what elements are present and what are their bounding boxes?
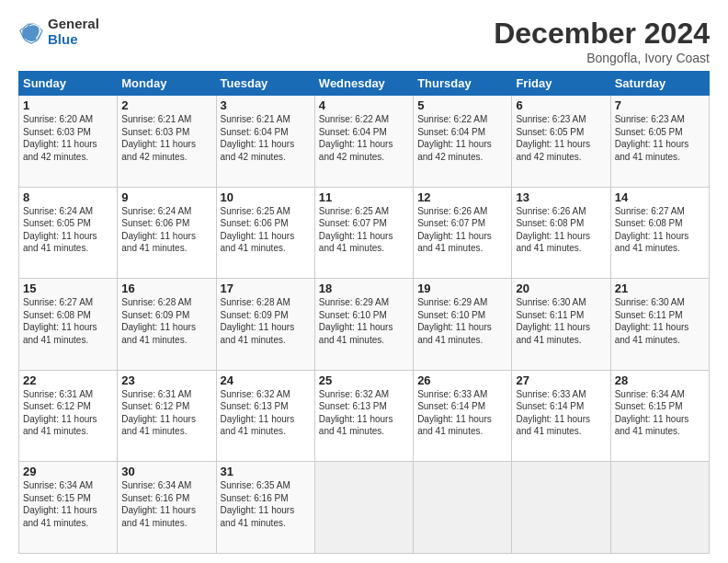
day-info: Sunrise: 6:24 AM Sunset: 6:06 PM Dayligh… <box>121 205 211 255</box>
calendar-cell: 3Sunrise: 6:21 AM Sunset: 6:04 PM Daylig… <box>216 96 314 188</box>
calendar-cell: 18Sunrise: 6:29 AM Sunset: 6:10 PM Dayli… <box>314 279 413 371</box>
day-info: Sunrise: 6:31 AM Sunset: 6:12 PM Dayligh… <box>121 388 211 438</box>
calendar-cell <box>314 462 413 554</box>
logo-text: General Blue <box>48 17 99 47</box>
calendar-cell: 21Sunrise: 6:30 AM Sunset: 6:11 PM Dayli… <box>610 279 709 371</box>
day-info: Sunrise: 6:25 AM Sunset: 6:06 PM Dayligh… <box>221 205 311 255</box>
col-sunday: Sunday <box>19 72 118 96</box>
calendar-cell: 15Sunrise: 6:27 AM Sunset: 6:08 PM Dayli… <box>19 279 118 371</box>
logo-general: General <box>48 17 99 32</box>
col-saturday: Saturday <box>610 72 709 96</box>
day-number: 29 <box>23 465 113 478</box>
calendar-week-1: 1Sunrise: 6:20 AM Sunset: 6:03 PM Daylig… <box>19 96 710 188</box>
calendar-cell: 4Sunrise: 6:22 AM Sunset: 6:04 PM Daylig… <box>314 96 413 188</box>
day-info: Sunrise: 6:27 AM Sunset: 6:08 PM Dayligh… <box>615 205 705 255</box>
calendar-cell: 26Sunrise: 6:33 AM Sunset: 6:14 PM Dayli… <box>414 370 512 462</box>
day-number: 27 <box>516 373 606 387</box>
day-info: Sunrise: 6:26 AM Sunset: 6:07 PM Dayligh… <box>417 205 507 255</box>
col-monday: Monday <box>118 72 216 96</box>
day-info: Sunrise: 6:28 AM Sunset: 6:09 PM Dayligh… <box>121 296 211 346</box>
col-friday: Friday <box>512 72 610 96</box>
calendar-cell: 12Sunrise: 6:26 AM Sunset: 6:07 PM Dayli… <box>414 187 512 279</box>
calendar-table: Sunday Monday Tuesday Wednesday Thursday… <box>18 71 710 554</box>
calendar-cell: 24Sunrise: 6:32 AM Sunset: 6:13 PM Dayli… <box>216 370 314 462</box>
day-info: Sunrise: 6:30 AM Sunset: 6:11 PM Dayligh… <box>615 296 705 346</box>
calendar-cell: 19Sunrise: 6:29 AM Sunset: 6:10 PM Dayli… <box>414 279 512 371</box>
calendar-cell: 17Sunrise: 6:28 AM Sunset: 6:09 PM Dayli… <box>216 279 314 371</box>
col-thursday: Thursday <box>414 72 512 96</box>
calendar-week-4: 22Sunrise: 6:31 AM Sunset: 6:12 PM Dayli… <box>19 370 710 462</box>
day-number: 25 <box>319 373 409 387</box>
calendar-cell <box>610 462 709 554</box>
day-number: 4 <box>319 98 409 112</box>
day-info: Sunrise: 6:26 AM Sunset: 6:08 PM Dayligh… <box>516 205 606 255</box>
logo-icon <box>18 19 44 45</box>
day-number: 1 <box>23 98 113 112</box>
month-title: December 2024 <box>494 17 710 51</box>
day-number: 28 <box>615 373 705 387</box>
calendar-page: General Blue December 2024 Bongofla, Ivo… <box>0 0 728 563</box>
day-info: Sunrise: 6:28 AM Sunset: 6:09 PM Dayligh… <box>221 296 311 346</box>
day-number: 7 <box>615 98 705 112</box>
calendar-cell <box>512 462 610 554</box>
calendar-week-5: 29Sunrise: 6:34 AM Sunset: 6:15 PM Dayli… <box>19 462 710 554</box>
day-number: 12 <box>417 190 507 204</box>
day-number: 2 <box>121 98 211 112</box>
day-info: Sunrise: 6:24 AM Sunset: 6:05 PM Dayligh… <box>23 205 113 255</box>
calendar-cell: 27Sunrise: 6:33 AM Sunset: 6:14 PM Dayli… <box>512 370 610 462</box>
calendar-cell: 10Sunrise: 6:25 AM Sunset: 6:06 PM Dayli… <box>216 187 314 279</box>
day-info: Sunrise: 6:27 AM Sunset: 6:08 PM Dayligh… <box>23 296 113 346</box>
day-info: Sunrise: 6:34 AM Sunset: 6:15 PM Dayligh… <box>23 479 113 529</box>
day-number: 16 <box>121 282 211 295</box>
calendar-cell: 5Sunrise: 6:22 AM Sunset: 6:04 PM Daylig… <box>414 96 512 188</box>
day-info: Sunrise: 6:20 AM Sunset: 6:03 PM Dayligh… <box>23 113 113 163</box>
calendar-cell: 6Sunrise: 6:23 AM Sunset: 6:05 PM Daylig… <box>512 96 610 188</box>
day-info: Sunrise: 6:29 AM Sunset: 6:10 PM Dayligh… <box>319 296 409 346</box>
day-info: Sunrise: 6:21 AM Sunset: 6:03 PM Dayligh… <box>121 113 211 163</box>
day-info: Sunrise: 6:34 AM Sunset: 6:15 PM Dayligh… <box>615 388 705 438</box>
day-number: 15 <box>23 282 113 295</box>
col-tuesday: Tuesday <box>216 72 314 96</box>
logo-blue: Blue <box>48 32 99 48</box>
day-info: Sunrise: 6:35 AM Sunset: 6:16 PM Dayligh… <box>221 479 311 529</box>
day-number: 26 <box>417 373 507 387</box>
day-info: Sunrise: 6:21 AM Sunset: 6:04 PM Dayligh… <box>221 113 311 163</box>
day-info: Sunrise: 6:34 AM Sunset: 6:16 PM Dayligh… <box>121 479 211 529</box>
day-number: 10 <box>221 190 311 204</box>
calendar-cell: 25Sunrise: 6:32 AM Sunset: 6:13 PM Dayli… <box>314 370 413 462</box>
day-number: 11 <box>319 190 409 204</box>
day-number: 8 <box>23 190 113 204</box>
day-info: Sunrise: 6:23 AM Sunset: 6:05 PM Dayligh… <box>516 113 606 163</box>
calendar-cell: 9Sunrise: 6:24 AM Sunset: 6:06 PM Daylig… <box>118 187 216 279</box>
day-info: Sunrise: 6:30 AM Sunset: 6:11 PM Dayligh… <box>516 296 606 346</box>
day-number: 19 <box>417 282 507 295</box>
calendar-cell: 20Sunrise: 6:30 AM Sunset: 6:11 PM Dayli… <box>512 279 610 371</box>
calendar-cell: 29Sunrise: 6:34 AM Sunset: 6:15 PM Dayli… <box>19 462 118 554</box>
calendar-cell <box>414 462 512 554</box>
col-wednesday: Wednesday <box>314 72 413 96</box>
calendar-cell: 28Sunrise: 6:34 AM Sunset: 6:15 PM Dayli… <box>610 370 709 462</box>
day-info: Sunrise: 6:25 AM Sunset: 6:07 PM Dayligh… <box>319 205 409 255</box>
calendar-body: 1Sunrise: 6:20 AM Sunset: 6:03 PM Daylig… <box>19 96 710 554</box>
calendar-cell: 11Sunrise: 6:25 AM Sunset: 6:07 PM Dayli… <box>314 187 413 279</box>
calendar-cell: 14Sunrise: 6:27 AM Sunset: 6:08 PM Dayli… <box>610 187 709 279</box>
day-info: Sunrise: 6:32 AM Sunset: 6:13 PM Dayligh… <box>221 388 311 438</box>
day-info: Sunrise: 6:31 AM Sunset: 6:12 PM Dayligh… <box>23 388 113 438</box>
day-info: Sunrise: 6:33 AM Sunset: 6:14 PM Dayligh… <box>516 388 606 438</box>
calendar-week-3: 15Sunrise: 6:27 AM Sunset: 6:08 PM Dayli… <box>19 279 710 371</box>
day-info: Sunrise: 6:23 AM Sunset: 6:05 PM Dayligh… <box>615 113 705 163</box>
calendar-cell: 8Sunrise: 6:24 AM Sunset: 6:05 PM Daylig… <box>19 187 118 279</box>
calendar-cell: 2Sunrise: 6:21 AM Sunset: 6:03 PM Daylig… <box>118 96 216 188</box>
calendar-cell: 31Sunrise: 6:35 AM Sunset: 6:16 PM Dayli… <box>216 462 314 554</box>
header: General Blue December 2024 Bongofla, Ivo… <box>18 17 710 65</box>
calendar-cell: 13Sunrise: 6:26 AM Sunset: 6:08 PM Dayli… <box>512 187 610 279</box>
day-number: 22 <box>23 373 113 387</box>
calendar-cell: 23Sunrise: 6:31 AM Sunset: 6:12 PM Dayli… <box>118 370 216 462</box>
calendar-cell: 30Sunrise: 6:34 AM Sunset: 6:16 PM Dayli… <box>118 462 216 554</box>
calendar-cell: 22Sunrise: 6:31 AM Sunset: 6:12 PM Dayli… <box>19 370 118 462</box>
calendar-header: Sunday Monday Tuesday Wednesday Thursday… <box>19 72 710 96</box>
day-number: 3 <box>221 98 311 112</box>
day-info: Sunrise: 6:32 AM Sunset: 6:13 PM Dayligh… <box>319 388 409 438</box>
day-info: Sunrise: 6:29 AM Sunset: 6:10 PM Dayligh… <box>417 296 507 346</box>
day-number: 20 <box>516 282 606 295</box>
